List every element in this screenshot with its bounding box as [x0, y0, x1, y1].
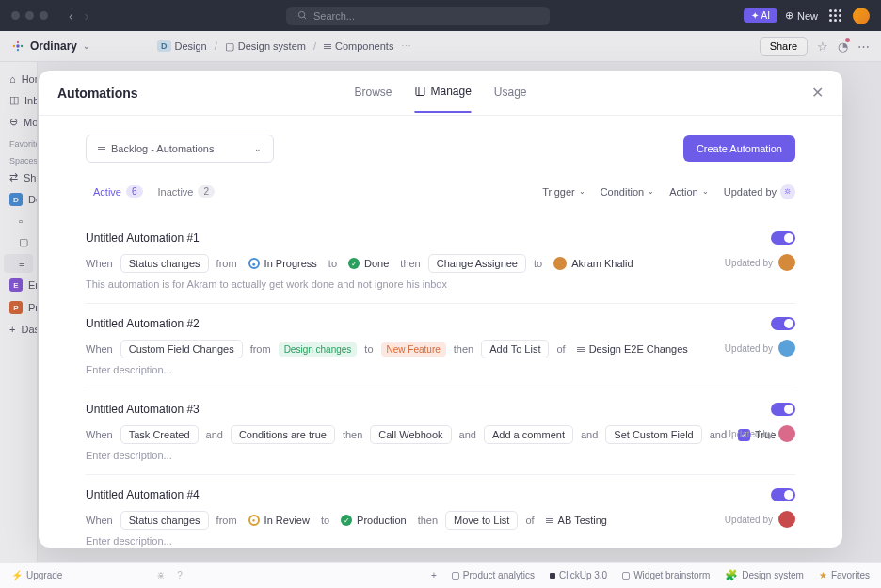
condition-chip[interactable]: Conditions are true [231, 425, 335, 444]
trigger-chip[interactable]: Task Created [120, 425, 199, 444]
tab-usage[interactable]: Usage [494, 73, 527, 113]
filters-row: Active6 Inactive2 Trigger ⌄ Condition ⌄ … [86, 182, 795, 201]
add-tab-button[interactable]: + [431, 570, 437, 580]
trigger-chip[interactable]: Status changes [120, 254, 209, 273]
action-chip[interactable]: Add a comment [484, 425, 573, 444]
ai-button[interactable]: ✦ AI [744, 8, 777, 23]
bottombar: ⚡Upgrade ⛯ ? + Product analytics ClickUp… [0, 562, 881, 588]
avatar-stack-icon: ⛭ [780, 184, 795, 199]
updated-by: Updated by [725, 254, 795, 271]
filter-updated-by[interactable]: Updated by ⛭ [724, 184, 795, 199]
updated-by: Updated by [725, 425, 795, 442]
list-chip[interactable]: AB Testing [542, 512, 611, 529]
avatar-icon [553, 257, 567, 270]
manage-icon [414, 86, 425, 97]
forward-button[interactable]: › [81, 7, 93, 25]
bottom-tab[interactable]: 🧩Design system [725, 569, 804, 581]
bottom-tab[interactable]: ClickUp 3.0 [550, 570, 607, 580]
apps-icon[interactable] [829, 9, 841, 22]
automation-toggle[interactable] [771, 403, 795, 416]
trigger-chip[interactable]: Custom Field Changes [120, 340, 243, 358]
nav-arrows: ‹ › [65, 7, 92, 25]
window-controls[interactable] [11, 11, 48, 20]
automation-item: Untitled Automation #3 When Task Created… [86, 389, 795, 475]
updater-avatar[interactable] [778, 340, 795, 357]
people-icon[interactable]: ⛯ [156, 570, 166, 580]
tab-browse[interactable]: Browse [354, 73, 392, 113]
filter-inactive[interactable]: Inactive2 [151, 182, 222, 201]
list-chip[interactable]: Design E2E Changes [573, 341, 692, 358]
svg-point-0 [298, 11, 304, 17]
updater-avatar[interactable] [778, 254, 795, 271]
bottom-tab[interactable]: Product analytics [452, 570, 535, 580]
modal-tabs: Browse Manage Usage [354, 73, 526, 113]
filter-action[interactable]: Action ⌄ [669, 184, 709, 199]
back-button[interactable]: ‹ [65, 7, 77, 25]
modal-title: Automations [57, 86, 138, 101]
updater-avatar[interactable] [778, 425, 795, 442]
tag-from[interactable]: Design changes [279, 342, 358, 357]
svg-line-1 [304, 17, 306, 19]
action-chip[interactable]: Set Custom Field [605, 425, 701, 444]
bottom-favorites[interactable]: ★Favorites [819, 570, 870, 580]
new-button[interactable]: ⊕ New [785, 9, 818, 22]
close-button[interactable]: ✕ [811, 84, 824, 102]
help-icon[interactable]: ? [177, 570, 183, 580]
trigger-chip[interactable]: Status changes [120, 511, 209, 530]
status-from[interactable]: ●In Progress [245, 255, 321, 272]
filter-active[interactable]: Active6 [86, 182, 151, 201]
status-to[interactable]: ✓Done [344, 255, 392, 272]
automation-title[interactable]: Untitled Automation #2 [86, 317, 200, 330]
list-icon [98, 147, 105, 151]
create-automation-button[interactable]: Create Automation [683, 135, 795, 162]
status-from[interactable]: ●In Review [245, 512, 313, 529]
topbar: ‹ › Search... ✦ AI ⊕ New [0, 0, 881, 31]
action-chip[interactable]: Call Webhook [370, 425, 451, 444]
automation-description[interactable]: Enter description... [86, 450, 795, 461]
filter-condition[interactable]: Condition ⌄ [601, 184, 654, 199]
automation-toggle[interactable] [771, 317, 795, 330]
svg-rect-7 [416, 87, 424, 95]
modal-header: Automations Browse Manage Usage ✕ [39, 71, 842, 116]
search-icon [297, 10, 308, 21]
automation-title[interactable]: Untitled Automation #4 [86, 488, 200, 501]
automation-title[interactable]: Untitled Automation #3 [86, 403, 200, 416]
automation-description[interactable]: Enter description... [86, 364, 795, 375]
action-chip[interactable]: Move to List [445, 511, 518, 530]
upgrade-button[interactable]: ⚡Upgrade [11, 570, 62, 580]
automation-item: Untitled Automation #4 When Status chang… [86, 475, 795, 548]
action-chip[interactable]: Change Assignee [428, 254, 526, 273]
updater-avatar[interactable] [778, 511, 795, 528]
assignee-chip[interactable]: Akram Khalid [550, 254, 636, 273]
tab-manage[interactable]: Manage [414, 73, 471, 113]
list-selector[interactable]: Backlog - Automations ⌄ [86, 135, 274, 163]
automation-title[interactable]: Untitled Automation #1 [86, 231, 200, 245]
search-input[interactable]: Search... [286, 7, 550, 25]
filter-trigger[interactable]: Trigger ⌄ [542, 184, 585, 199]
automation-item: Untitled Automation #2 When Custom Field… [86, 304, 795, 389]
automations-modal: Automations Browse Manage Usage ✕ Backlo… [39, 71, 842, 548]
user-avatar[interactable] [853, 8, 870, 24]
bottom-tab[interactable]: Widget brainstorm [622, 570, 710, 580]
updated-by: Updated by [725, 340, 795, 357]
updated-by: Updated by [725, 511, 795, 528]
automation-item: Untitled Automation #1 When Status chang… [86, 218, 795, 304]
automation-flow: When Task Created and Conditions are tru… [86, 425, 795, 444]
automation-flow: When Custom Field Changes from Design ch… [86, 340, 795, 358]
automation-description[interactable]: This automation is for Akram to actually… [86, 278, 795, 290]
automation-toggle[interactable] [771, 488, 795, 501]
modal-body: Backlog - Automations ⌄ Create Automatio… [39, 116, 842, 548]
list-icon [577, 347, 585, 352]
list-icon [546, 518, 553, 523]
action-chip[interactable]: Add To List [481, 340, 549, 358]
tag-to[interactable]: New Feature [381, 342, 446, 357]
automation-description[interactable]: Enter description... [86, 535, 795, 547]
chevron-down-icon: ⌄ [254, 144, 262, 153]
search-placeholder: Search... [313, 10, 355, 22]
status-to[interactable]: ✓Production [337, 512, 410, 529]
automation-toggle[interactable] [771, 231, 795, 245]
